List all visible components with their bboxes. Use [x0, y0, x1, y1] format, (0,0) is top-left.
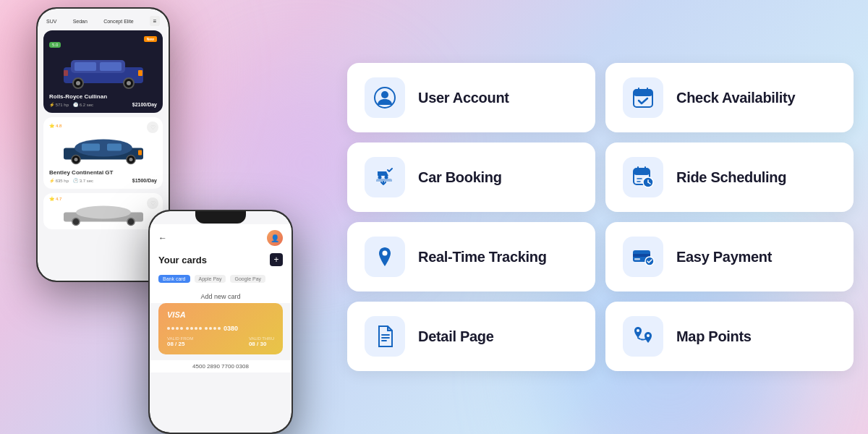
- favorite-icon-ghost[interactable]: ♡: [147, 197, 158, 209]
- feature-detail-page[interactable]: Detail Page: [347, 302, 595, 371]
- car-card-bentley[interactable]: ♡ ⭐ 4.8 Bentle: [43, 117, 163, 189]
- feature-map-points-label: Map Points: [676, 328, 752, 345]
- tab-apple-pay[interactable]: Apple Pay: [195, 275, 226, 283]
- svg-rect-26: [634, 90, 652, 96]
- car-booking-icon-wrapper: [365, 157, 405, 197]
- card-dates: VALID FROM 08 / 25 VALID THRU 08 / 30: [167, 336, 274, 347]
- user-avatar: 👤: [267, 230, 283, 246]
- feature-car-booking[interactable]: Car Booking: [347, 142, 595, 212]
- phone2-header: ← 👤: [150, 224, 292, 249]
- svg-point-5: [127, 81, 131, 85]
- easy-payment-icon-wrapper: [623, 237, 663, 277]
- feature-easy-payment-label: Easy Payment: [676, 249, 772, 265]
- svg-rect-43: [634, 258, 640, 260]
- card-valid-thru: 08 / 30: [249, 341, 274, 347]
- phone1-top-bar: SUV Sedan Concept Elite ≡: [43, 14, 163, 27]
- feature-user-account[interactable]: User Account: [347, 63, 595, 132]
- svg-point-40: [383, 251, 388, 256]
- user-account-icon-wrapper: [365, 77, 405, 118]
- cards-title: Your cards: [158, 255, 207, 265]
- cards-title-row: Your cards +: [150, 249, 292, 271]
- feature-ride-scheduling-label: Ride Scheduling: [676, 169, 786, 186]
- check-availability-icon-wrapper: [623, 77, 663, 118]
- svg-point-3: [76, 81, 80, 85]
- feature-real-time-tracking-label: Real-Time Tracking: [418, 249, 547, 265]
- feature-car-booking-label: Car Booking: [418, 169, 502, 186]
- svg-point-29: [378, 176, 382, 179]
- svg-point-13: [74, 158, 77, 161]
- phone1-tab-concept[interactable]: Concept Elite: [103, 19, 134, 24]
- features-grid: User Account Check Availability: [347, 63, 854, 371]
- bentley-rating: ⭐ 4.8: [49, 123, 157, 128]
- phone-2: ← 👤 Your cards + Bank card Apple Pay Goo…: [148, 210, 293, 434]
- svg-rect-16: [82, 143, 100, 150]
- new-badge: New: [144, 36, 157, 42]
- person-circle-icon: [373, 86, 396, 109]
- car-card-rolls-royce[interactable]: 5.0 New: [43, 30, 163, 113]
- svg-rect-17: [107, 143, 122, 150]
- ride-scheduling-icon-wrapper: [623, 157, 663, 197]
- svg-rect-32: [634, 169, 650, 175]
- menu-icon[interactable]: ≡: [150, 16, 160, 26]
- card-valid-from: 08 / 25: [167, 341, 193, 347]
- back-arrow-icon[interactable]: ←: [158, 233, 167, 243]
- feature-map-points[interactable]: Map Points: [605, 302, 854, 371]
- feature-user-account-label: User Account: [418, 90, 509, 106]
- calendar-check-icon: [631, 86, 655, 109]
- svg-rect-6: [75, 62, 96, 71]
- calendar-clock-icon: [631, 166, 655, 189]
- real-time-tracking-icon-wrapper: [365, 237, 405, 277]
- document-text-icon: [373, 325, 396, 348]
- svg-point-49: [647, 334, 650, 337]
- location-pin-icon: [373, 245, 396, 268]
- bentley-image: [49, 128, 157, 168]
- svg-rect-8: [138, 70, 142, 76]
- visa-brand: VISA: [167, 310, 274, 319]
- svg-point-20: [76, 205, 131, 218]
- phones-area: SUV Sedan Concept Elite ≡ 5.0 New: [22, 0, 333, 434]
- feature-check-availability[interactable]: Check Availability: [605, 63, 854, 132]
- feature-real-time-tracking[interactable]: Real-Time Tracking: [347, 222, 595, 292]
- svg-rect-7: [100, 62, 122, 71]
- feature-ride-scheduling[interactable]: Ride Scheduling: [605, 142, 854, 212]
- bentley-specs: ⚡ 635 hp 🕐 3.7 sec $1500/Day: [49, 178, 157, 183]
- tab-bank-card[interactable]: Bank card: [158, 275, 190, 283]
- card-last-digits: 0380: [224, 325, 238, 332]
- detail-page-icon-wrapper: [365, 316, 405, 357]
- feature-detail-page-label: Detail Page: [418, 328, 494, 345]
- svg-point-22: [127, 218, 135, 225]
- svg-rect-18: [138, 150, 142, 155]
- card-tabs: Bank card Apple Pay Google Pay: [150, 271, 292, 287]
- credit-card-check-icon: [631, 245, 655, 268]
- phone1-tab-sedan[interactable]: Sedan: [73, 19, 88, 24]
- add-new-card-label: Add new card: [150, 287, 292, 303]
- feature-check-availability-label: Check Availability: [676, 90, 795, 106]
- tab-google-pay[interactable]: Google Pay: [230, 275, 265, 283]
- rolls-royce-image: [49, 51, 157, 90]
- bentley-name: Bentley Continental GT: [49, 169, 157, 176]
- add-card-button[interactable]: +: [270, 253, 283, 266]
- map-points-icon-wrapper: [623, 316, 663, 357]
- ghost-image: [49, 201, 157, 226]
- phone1-tab-suv[interactable]: SUV: [46, 19, 56, 24]
- svg-point-24: [381, 91, 388, 98]
- hand-car-icon: [373, 166, 396, 189]
- svg-point-48: [637, 329, 639, 332]
- favorite-icon[interactable]: ♡: [147, 122, 158, 133]
- feature-easy-payment[interactable]: Easy Payment: [605, 222, 854, 292]
- svg-rect-42: [633, 254, 650, 257]
- visa-card[interactable]: VISA 0380 VALID FROM 08: [158, 303, 283, 354]
- svg-rect-9: [64, 70, 68, 76]
- svg-point-15: [129, 158, 132, 161]
- card-number-dots: 0380: [167, 325, 274, 332]
- rolls-royce-rating: 5.0: [49, 42, 61, 48]
- car-card-ghost[interactable]: ♡ ⭐ 4.7: [43, 193, 163, 229]
- rolls-royce-specs: ⚡ 571 hp 🕐 6.2 sec $2100/Day: [49, 102, 157, 107]
- svg-point-30: [385, 176, 388, 179]
- card-number-full: 4500 2890 7700 0308: [150, 360, 292, 373]
- svg-point-21: [72, 218, 80, 225]
- rolls-royce-name: Rolls-Royce Cullinan: [49, 93, 157, 100]
- map-route-icon: [631, 325, 655, 348]
